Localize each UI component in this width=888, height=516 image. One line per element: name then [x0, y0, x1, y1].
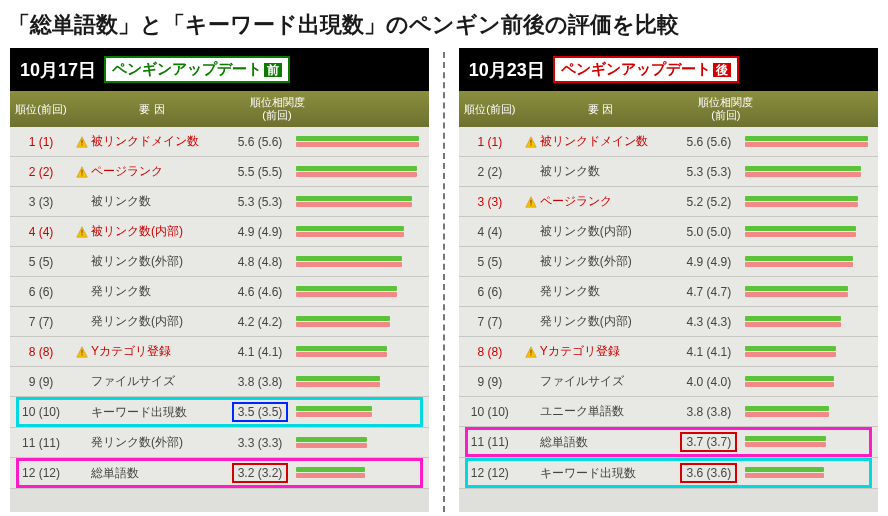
warning-icon — [525, 196, 537, 208]
bar-previous — [745, 232, 856, 237]
cell-bars — [292, 166, 429, 178]
bar-previous — [296, 202, 412, 207]
th-rank: 順位(前回) — [459, 102, 521, 117]
cell-corr: 3.2 (3.2) — [228, 463, 292, 483]
corr-value: 5.5 (5.5) — [238, 165, 283, 179]
spacer-icon — [525, 406, 537, 418]
svg-rect-19 — [530, 350, 531, 354]
warning-icon — [76, 346, 88, 358]
cell-factor: ページランク — [72, 163, 228, 180]
cell-factor: Yカテゴリ登録 — [72, 343, 228, 360]
cell-corr: 5.2 (5.2) — [677, 195, 741, 209]
bar-pair — [296, 226, 419, 238]
factor-text: ページランク — [540, 193, 612, 210]
cell-bars — [292, 226, 429, 238]
corr-value: 4.7 (4.7) — [686, 285, 731, 299]
table-row: 4 (4)被リンク数(内部)4.9 (4.9) — [10, 217, 429, 247]
factor-text: キーワード出現数 — [540, 465, 636, 482]
cell-rank: 5 (5) — [459, 255, 521, 269]
table-body-right: 1 (1)被リンクドメイン数5.6 (5.6)2 (2)被リンク数5.3 (5.… — [459, 127, 878, 489]
badge-before-box: 前 — [264, 63, 282, 77]
spacer-icon — [525, 316, 537, 328]
cell-bars — [292, 437, 429, 449]
cell-bars — [741, 196, 878, 208]
corr-value: 4.0 (4.0) — [686, 375, 731, 389]
cell-bars — [741, 166, 878, 178]
cell-bars — [741, 376, 878, 388]
corr-value: 5.6 (5.6) — [238, 135, 283, 149]
cell-bars — [292, 346, 429, 358]
cell-rank: 9 (9) — [459, 375, 521, 389]
bar-previous — [296, 443, 367, 448]
bar-current — [296, 346, 387, 351]
cell-bars — [292, 316, 429, 328]
cell-corr: 5.5 (5.5) — [228, 165, 292, 179]
bar-pair — [296, 136, 419, 148]
table-row: 2 (2)被リンク数5.3 (5.3) — [459, 157, 878, 187]
cell-factor: 被リンク数(外部) — [72, 253, 228, 270]
bar-previous — [296, 262, 402, 267]
bar-previous — [745, 473, 824, 478]
cell-rank: 7 (7) — [459, 315, 521, 329]
cell-factor: 発リンク数(外部) — [72, 434, 228, 451]
cell-rank: 12 (12) — [10, 466, 72, 480]
factor-text: 被リンク数(内部) — [91, 223, 183, 240]
bar-pair — [745, 136, 868, 148]
cell-bars — [741, 346, 878, 358]
spacer-icon — [525, 436, 537, 448]
corr-value: 5.2 (5.2) — [686, 195, 731, 209]
bar-current — [296, 256, 402, 261]
spacer-icon — [525, 256, 537, 268]
cell-factor: ファイルサイズ — [521, 373, 677, 390]
factor-text: ファイルサイズ — [540, 373, 624, 390]
bar-pair — [745, 376, 868, 388]
svg-rect-4 — [81, 170, 82, 174]
corr-value: 3.8 (3.8) — [686, 405, 731, 419]
bar-previous — [296, 352, 387, 357]
cell-corr: 4.9 (4.9) — [677, 255, 741, 269]
table-header-right: 順位(前回) 要 因 順位相関度 (前回) — [459, 91, 878, 127]
cell-factor: キーワード出現数 — [72, 404, 228, 421]
cell-factor: 総単語数 — [72, 465, 228, 482]
bar-pair — [745, 166, 868, 178]
cell-corr: 4.2 (4.2) — [228, 315, 292, 329]
corr-value: 4.9 (4.9) — [238, 225, 283, 239]
table-row: 7 (7)発リンク数(内部)4.3 (4.3) — [459, 307, 878, 337]
table-row: 1 (1)被リンクドメイン数5.6 (5.6) — [10, 127, 429, 157]
cell-rank: 6 (6) — [459, 285, 521, 299]
cell-corr: 3.8 (3.8) — [677, 405, 741, 419]
table-header-left: 順位(前回) 要 因 順位相関度 (前回) — [10, 91, 429, 127]
cell-factor: 被リンク数(外部) — [521, 253, 677, 270]
bar-current — [296, 136, 419, 141]
cell-rank: 12 (12) — [459, 466, 521, 480]
dashed-line — [443, 52, 445, 512]
table-row: 2 (2)ページランク5.5 (5.5) — [10, 157, 429, 187]
cell-bars — [741, 226, 878, 238]
factor-text: ページランク — [91, 163, 163, 180]
cell-factor: 被リンク数 — [72, 193, 228, 210]
svg-rect-16 — [530, 200, 531, 204]
svg-rect-5 — [81, 174, 82, 175]
divider — [429, 48, 459, 512]
corr-value: 4.1 (4.1) — [686, 345, 731, 359]
cell-rank: 10 (10) — [10, 405, 72, 419]
bar-previous — [745, 262, 853, 267]
page-title: 「総単語数」と「キーワード出現数」のペンギン前後の評価を比較 — [0, 0, 888, 44]
corr-highlight: 3.7 (3.7) — [680, 432, 737, 452]
corr-value: 4.2 (4.2) — [238, 315, 283, 329]
cell-corr: 4.0 (4.0) — [677, 375, 741, 389]
bar-pair — [745, 467, 868, 479]
bar-pair — [296, 437, 419, 449]
bar-pair — [745, 196, 868, 208]
cell-bars — [741, 136, 878, 148]
svg-rect-7 — [81, 230, 82, 234]
bar-previous — [296, 412, 372, 417]
panel-before-date: 10月17日 — [20, 58, 96, 82]
panel-after-header: 10月23日 ペンギンアップデート 後 — [459, 48, 878, 91]
corr-value: 5.6 (5.6) — [686, 135, 731, 149]
factor-text: 発リンク数(内部) — [540, 313, 632, 330]
bar-previous — [296, 322, 390, 327]
bar-pair — [296, 376, 419, 388]
bar-current — [745, 136, 868, 141]
cell-factor: 被リンク数(内部) — [72, 223, 228, 240]
